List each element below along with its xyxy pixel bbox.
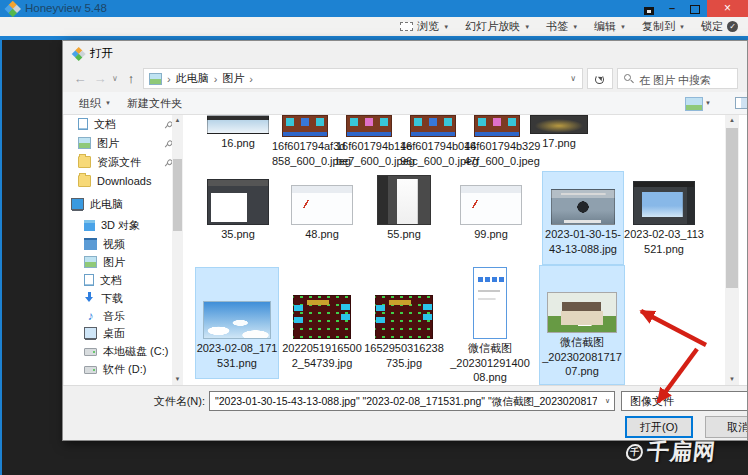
file-name: 1652950316238 735.jpg [364,341,444,370]
dialog-titlebar[interactable]: 打开 [63,41,747,65]
preview-pane-button[interactable] [735,97,748,109]
forward-button[interactable]: → [91,69,109,88]
file-item[interactable]: 16f601794af3d 858_600_0.jpeg [272,115,338,168]
file-thumbnail [474,115,520,137]
sidebar-item-resources[interactable]: 资源文件 [64,153,186,171]
file-thumbnail [530,115,588,134]
file-name: 2023-01-30-15- 43-13-088.jpg [542,227,624,256]
address-bar[interactable]: › 此电脑 › 图片 › ∨ [143,68,583,89]
app-title: Honeyview 5.48 [25,0,107,17]
computer-icon [71,198,84,210]
file-name: 16.png [205,136,271,151]
copy-to-menu[interactable]: 复制到▼ [642,19,685,34]
file-item[interactable]: 99.png [451,171,531,265]
pictures-icon [84,256,97,268]
up-button[interactable]: ↑ [123,69,139,88]
file-item[interactable]: 2023-02-03_113 521.png [624,171,704,265]
dialog-title: 打开 [90,41,113,65]
file-item[interactable]: 16.png [205,115,271,151]
edit-menu[interactable]: 编辑▼ [594,19,626,34]
music-icon: ♪ [84,310,97,322]
screen: Honeyview 5.48 – × 浏览▼ 幻灯片放映▼ 书签▼ 编辑▼ 复制… [0,0,748,475]
file-item[interactable]: 16f601794b14e be7_600_0.jpeg [336,115,402,168]
chevron-down-icon[interactable]: ∨ [605,397,610,405]
file-item[interactable]: 48.png [282,171,362,265]
file-thumbnail [282,115,328,137]
file-thumbnail [375,295,433,339]
file-item[interactable]: 16f601794b329 47f_600_0.jpeg [464,115,530,168]
scroll-down-icon[interactable]: ▼ [172,374,183,385]
view-mode-button[interactable] [685,97,703,111]
file-item[interactable]: 35.png [198,171,278,265]
organize-menu[interactable]: 组织▼ [79,92,111,114]
address-dropdown-icon[interactable]: ∨ [570,74,576,83]
file-item[interactable]: 1652950316238 735.jpg [364,267,444,379]
file-thumbnail [460,185,522,225]
file-thumbnail [293,295,351,339]
file-name: 微信截图 _202301291400 08.png [447,341,533,385]
breadcrumb-separator: › [214,73,218,85]
app-toolbar: 浏览▼ 幻灯片放映▼ 书签▼ 编辑▼ 复制到▼ 锁定✓ [0,17,748,36]
downloads-icon [84,292,95,304]
file-item[interactable]: 17.png [526,115,592,151]
maximize-button[interactable] [684,0,706,17]
file-item-selected[interactable]: 2023-01-30-15- 43-13-088.jpg [542,171,624,265]
browse-menu[interactable]: 浏览▼ [400,19,449,34]
sidebar-item-pictures[interactable]: 图片 [64,134,186,152]
search-box[interactable] [617,68,738,89]
pictures-icon [149,73,162,85]
file-name: 2022051916500 2_54739.jpg [282,341,362,370]
file-list-scrollbar[interactable]: ▲ ▼ [725,115,739,385]
scroll-up-icon[interactable]: ▲ [725,115,739,126]
3d-objects-icon [84,220,95,231]
file-item[interactable]: 微信截图 _202301291400 08.png [447,267,533,385]
sidebar-scrollbar[interactable]: ▲ ▼ [172,115,183,385]
back-button[interactable]: ← [71,69,89,88]
bookmarks-menu[interactable]: 书签▼ [546,19,578,34]
lock-toggle[interactable]: 锁定✓ [701,19,738,34]
disk-icon [84,348,97,356]
scroll-up-icon[interactable]: ▲ [172,115,183,126]
file-thumbnail [346,115,392,137]
refresh-button[interactable] [587,68,613,89]
filename-input[interactable] [213,393,599,411]
disk-icon [84,366,97,374]
close-button[interactable]: × [707,0,748,17]
sidebar-item-documents[interactable]: 文档 [64,115,186,133]
minimize-button[interactable]: – [661,0,683,17]
open-button[interactable]: 打开(O) [625,416,693,438]
history-dropdown-icon[interactable]: ∨ [109,69,121,88]
file-item-selected[interactable]: 微信截图 _202302081717 07.png [539,265,625,385]
file-name: 55.png [364,227,444,242]
watermark: 千 千扁网 [624,437,717,467]
scrollbar-thumb[interactable] [726,128,738,288]
file-name: 2023-02-03_113 521.png [624,227,704,256]
search-input[interactable] [637,70,737,89]
file-name: 微信截图 _202302081717 07.png [539,335,625,379]
sidebar-item-downloads-folder[interactable]: Downloads [64,172,186,190]
file-name: 17.png [526,136,592,151]
breadcrumb-this-pc[interactable]: 此电脑 [176,71,209,86]
new-folder-button[interactable]: 新建文件夹 [127,92,182,114]
filename-combobox[interactable]: ∨ [209,391,615,411]
pictures-icon [78,137,91,149]
desktop-icon [84,327,97,339]
breadcrumb-pictures[interactable]: 图片 [222,71,244,86]
file-item[interactable]: 16f601794b044 96c_600_0.jpeg [400,115,466,168]
filetype-combobox[interactable]: 图像文件 [621,391,748,411]
watermark-logo-icon: 千 [625,444,644,461]
cancel-button[interactable]: 取消 [705,416,748,438]
file-item[interactable]: 55.png [364,171,444,265]
file-thumbnail [291,185,353,225]
scroll-down-icon[interactable]: ▼ [725,374,739,385]
file-thumbnail [207,115,269,134]
breadcrumb-separator: › [167,73,171,85]
file-item-selected[interactable]: 2023-02-08_171 531.png [195,267,279,379]
scrollbar-thumb[interactable] [173,159,182,231]
sidebar-item-this-pc[interactable]: 此电脑 [64,195,179,213]
view-mode-dropdown-icon[interactable]: ▼ [705,100,711,106]
slideshow-menu[interactable]: 幻灯片放映▼ [465,19,530,34]
fit-to-screen-button[interactable] [638,0,660,17]
file-item[interactable]: 2022051916500 2_54739.jpg [282,267,362,379]
honeyview-logo-icon [73,48,84,59]
